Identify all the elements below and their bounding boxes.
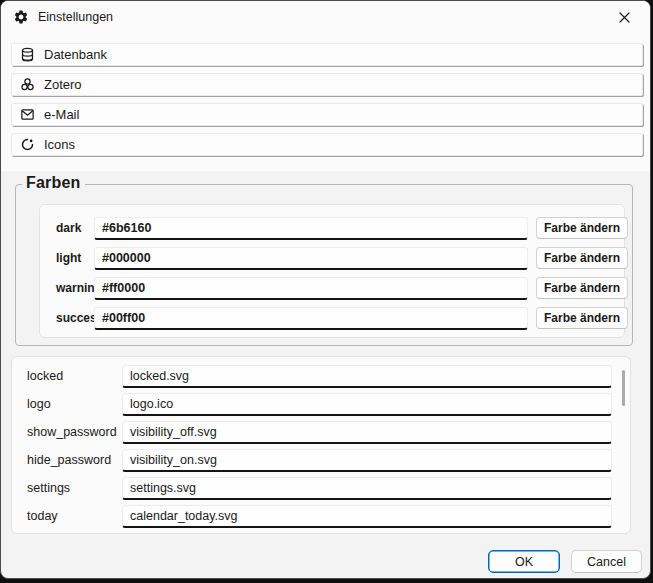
change-color-button[interactable]: Farbe ändern <box>536 247 628 269</box>
farben-title: Farben <box>22 174 85 192</box>
farben-groupbox: Farben dark Farbe ändern light Farbe änd… <box>15 184 633 346</box>
color-label: light <box>56 251 94 265</box>
section-header-icons[interactable]: Icons <box>11 133 643 156</box>
color-row-light: light Farbe ändern <box>40 243 624 273</box>
color-input-warning[interactable] <box>94 277 528 300</box>
color-input-success[interactable] <box>94 307 528 330</box>
icon-files-panel: locked logo show_password hide_password … <box>11 356 631 534</box>
icon-label: logo <box>27 397 122 411</box>
toolbox: Datenbank Zotero e-Mail Icons <box>1 33 650 171</box>
scrollbar-thumb[interactable] <box>622 370 625 406</box>
icon-row-logo: logo <box>12 390 630 418</box>
icon-input-today[interactable] <box>122 505 612 528</box>
color-label: warning <box>56 281 94 295</box>
change-color-button[interactable]: Farbe ändern <box>536 217 628 239</box>
icon-input-logo[interactable] <box>122 393 612 416</box>
window-title: Einstellungen <box>38 10 113 24</box>
color-label: success <box>56 311 94 325</box>
section-label: Datenbank <box>44 47 107 62</box>
section-label: Zotero <box>44 77 82 92</box>
color-row-dark: dark Farbe ändern <box>40 213 624 243</box>
cancel-button[interactable]: Cancel <box>571 550 642 573</box>
colors-panel: dark Farbe ändern light Farbe ändern war… <box>39 204 625 338</box>
ok-button[interactable]: OK <box>488 550 560 573</box>
zotero-icon <box>20 77 35 92</box>
icon-label: today <box>27 509 122 523</box>
section-header-email[interactable]: e-Mail <box>11 103 643 126</box>
change-color-button[interactable]: Farbe ändern <box>536 307 628 329</box>
color-input-light[interactable] <box>94 247 528 270</box>
icon-input-hide-password[interactable] <box>122 449 612 472</box>
icon-label: locked <box>27 369 122 383</box>
settings-dialog: Einstellungen Datenbank Zotero e-Mail <box>0 0 651 579</box>
icon-row-hide-password: hide_password <box>12 446 630 474</box>
icon-row-show-password: show_password <box>12 418 630 446</box>
color-input-dark[interactable] <box>94 217 528 240</box>
icon-row-settings: settings <box>12 474 630 502</box>
icon-input-locked[interactable] <box>122 365 612 388</box>
icon-row-today: today <box>12 502 630 530</box>
close-icon <box>619 12 630 23</box>
sync-circle-icon <box>20 137 35 152</box>
section-header-datenbank[interactable]: Datenbank <box>11 43 643 66</box>
section-header-zotero[interactable]: Zotero <box>11 73 643 96</box>
icon-input-settings[interactable] <box>122 477 612 500</box>
change-color-button[interactable]: Farbe ändern <box>536 277 628 299</box>
color-row-warning: warning Farbe ändern <box>40 273 624 303</box>
mail-icon <box>20 107 35 122</box>
icon-label: hide_password <box>27 453 122 467</box>
gear-icon <box>13 9 29 25</box>
titlebar: Einstellungen <box>1 1 650 33</box>
icon-row-locked: locked <box>12 362 630 390</box>
icon-label: show_password <box>27 425 122 439</box>
close-button[interactable] <box>602 1 646 33</box>
section-label: Icons <box>44 137 75 152</box>
color-label: dark <box>56 221 94 235</box>
icon-input-show-password[interactable] <box>122 421 612 444</box>
database-icon <box>20 47 35 62</box>
color-row-success: success Farbe ändern <box>40 303 624 333</box>
section-label: e-Mail <box>44 107 79 122</box>
icon-label: settings <box>27 481 122 495</box>
